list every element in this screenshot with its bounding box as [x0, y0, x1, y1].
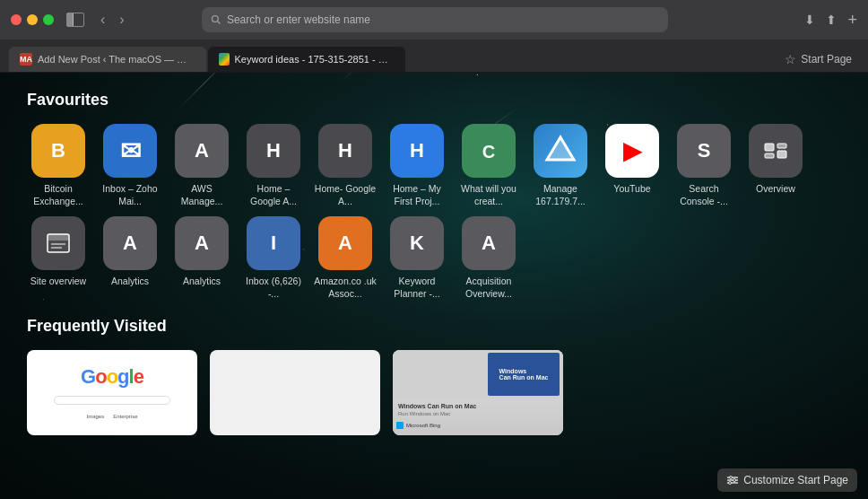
- svg-rect-10: [48, 234, 69, 241]
- fav-item-acquisition[interactable]: A Acquisition Overview...: [457, 216, 520, 300]
- new-tab-icon[interactable]: +: [847, 11, 857, 30]
- fav-item-analytics-2[interactable]: A Analytics: [170, 216, 233, 300]
- fav-label-youtube: YouTube: [613, 183, 650, 196]
- fullscreen-button[interactable]: [43, 14, 54, 25]
- fav-label-analytics-1: Analytics: [111, 276, 149, 288]
- forward-button[interactable]: ›: [114, 10, 129, 30]
- download-icon[interactable]: ⬇: [804, 13, 815, 27]
- fav-item-manage[interactable]: Manage 167.179.7...: [529, 124, 592, 207]
- ms-brand: Microsoft Bing: [396, 422, 563, 429]
- star-icon: ☆: [785, 52, 796, 66]
- fav-icon-analytics-2: A: [175, 216, 229, 270]
- ms-body: Windows Can Run on Mac Run Windows on Ma…: [393, 399, 563, 420]
- title-bar: ‹ › Search or enter website name ⬇ ⬆ +: [0, 0, 868, 39]
- nav-buttons: ‹ ›: [95, 10, 130, 30]
- fav-item-inbox[interactable]: I Inbox (6,626) -...: [242, 216, 305, 300]
- fav-item-amazon[interactable]: A Amazon.co .uk Assoc...: [314, 216, 377, 300]
- fav-label-home-a: Home – Google A...: [242, 183, 305, 207]
- bottom-bar: Customize Start Page: [707, 461, 868, 499]
- google-o2: o: [107, 365, 117, 388]
- fav-icon-analytics-1: A: [103, 216, 157, 270]
- fav-item-what-creat[interactable]: C What will you creat...: [457, 124, 520, 207]
- fav-item-youtube[interactable]: ▶ YouTube: [601, 124, 664, 207]
- address-bar[interactable]: Search or enter website name: [202, 7, 668, 32]
- start-page-button[interactable]: ☆ Start Page: [777, 47, 859, 72]
- ms-text: WindowsCan Run on Mac: [499, 368, 549, 381]
- customize-label: Customize Start Page: [743, 474, 848, 486]
- svg-point-18: [729, 482, 732, 485]
- fav-label-home-b: Home- Google A...: [314, 183, 377, 207]
- minimize-button[interactable]: [27, 14, 38, 25]
- fav-icon-acquisition: A: [462, 216, 516, 270]
- freq-item-ms[interactable]: WindowsCan Run on Mac Windows Can Run on…: [393, 350, 563, 435]
- fav-icon-overview: [749, 124, 803, 178]
- google-link-1: Images: [86, 414, 104, 419]
- google-gl: g: [117, 365, 128, 388]
- fav-item-bitcoin[interactable]: B Bitcoin Exchange...: [27, 124, 90, 207]
- fav-icon-site-overview: [31, 216, 85, 270]
- fav-icon-home-b: H: [318, 124, 372, 178]
- browser-chrome: ‹ › Search or enter website name ⬇ ⬆ + M…: [0, 0, 868, 73]
- svg-point-16: [730, 477, 733, 479]
- traffic-lights: [11, 14, 54, 25]
- svg-point-17: [733, 479, 736, 482]
- google-search-bar: [54, 396, 170, 405]
- frequently-visited-title: Frequently Visited: [27, 317, 841, 336]
- fav-item-keyword[interactable]: K Keyword Planner -...: [386, 216, 448, 300]
- fav-icon-home-a: H: [247, 124, 300, 178]
- google-links: Images Enterprise: [86, 414, 137, 419]
- google-g: G: [81, 365, 95, 388]
- close-button[interactable]: [11, 14, 22, 25]
- google-link-2: Enterprise: [113, 414, 137, 419]
- fav-item-zoho[interactable]: ✉ Inbox – Zoho Mai...: [99, 124, 161, 207]
- fav-icon-search-console: S: [677, 124, 731, 178]
- fav-icon-manage: [534, 124, 587, 178]
- fav-icon-inbox: I: [247, 216, 300, 270]
- ms-header: WindowsCan Run on Mac: [393, 350, 563, 399]
- fav-label-zoho: Inbox – Zoho Mai...: [99, 183, 161, 207]
- tab-favicon-google-ads: [219, 53, 230, 66]
- right-controls: ⬇ ⬆ +: [804, 11, 857, 30]
- svg-line-1: [218, 22, 221, 24]
- sidebar-toggle-button[interactable]: [66, 13, 84, 27]
- fav-icon-zoho: ✉: [103, 124, 157, 178]
- fav-label-inbox: Inbox (6,626) -...: [242, 276, 305, 300]
- fav-icon-amazon: A: [318, 216, 372, 270]
- fav-item-aws[interactable]: A AWS Manage...: [170, 124, 233, 207]
- fav-item-analytics-1[interactable]: A Analytics: [99, 216, 161, 300]
- freq-item-google[interactable]: Google Images Enterprise: [27, 350, 197, 435]
- fav-item-home-b[interactable]: H Home- Google A...: [314, 124, 377, 207]
- svg-rect-5: [765, 144, 774, 151]
- ms-image: WindowsCan Run on Mac: [488, 353, 560, 396]
- fav-label-analytics-2: Analytics: [183, 276, 221, 288]
- back-button[interactable]: ‹: [95, 10, 110, 30]
- svg-point-0: [212, 16, 218, 22]
- fav-item-home-my[interactable]: H Home – My First Proj...: [386, 124, 448, 207]
- fav-label-manage: Manage 167.179.7...: [529, 183, 592, 207]
- fav-label-home-my: Home – My First Proj...: [386, 183, 448, 207]
- fav-item-home-a[interactable]: H Home – Google A...: [242, 124, 305, 207]
- fav-label-aws: AWS Manage...: [170, 183, 233, 207]
- tab-label-google-ads: Keyword ideas - 175-315-2851 - Google Ad…: [235, 54, 395, 65]
- main-content: Favourites B Bitcoin Exchange... ✉ Inbox…: [0, 73, 868, 499]
- tab-label-wordpress: Add New Post ‹ The macOS — WordPress: [38, 54, 195, 65]
- frequently-visited-section: Frequently Visited Google Images Enterpr…: [27, 317, 841, 435]
- tab-wordpress[interactable]: MA Add New Post ‹ The macOS — WordPress: [9, 47, 206, 72]
- fav-item-overview[interactable]: Overview: [744, 124, 807, 207]
- tab-google-ads[interactable]: Keyword ideas - 175-315-2851 - Google Ad…: [208, 47, 405, 72]
- fav-label-amazon: Amazon.co .uk Assoc...: [314, 276, 377, 300]
- fav-label-what-creat: What will you creat...: [457, 183, 520, 207]
- fav-icon-what-creat: C: [462, 124, 516, 178]
- search-icon: [211, 14, 221, 25]
- fav-label-keyword: Keyword Planner -...: [386, 276, 448, 300]
- google-last: e: [134, 365, 143, 388]
- share-icon[interactable]: ⬆: [826, 13, 837, 27]
- customize-button[interactable]: Customize Start Page: [717, 468, 857, 492]
- fav-icon-bitcoin: B: [31, 124, 85, 178]
- fav-label-site-overview: Site overview: [30, 276, 86, 288]
- fav-item-site-overview[interactable]: Site overview: [27, 216, 90, 300]
- fav-icon-aws: A: [175, 124, 229, 178]
- start-page-label: Start Page: [801, 53, 852, 66]
- freq-item-blank[interactable]: [210, 350, 380, 435]
- fav-item-search-console[interactable]: S Search Console -...: [673, 124, 735, 207]
